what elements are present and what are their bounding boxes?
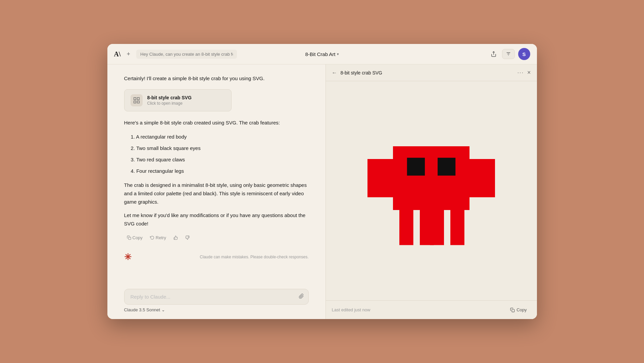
reply-input[interactable]: Reply to Claude... <box>124 289 309 305</box>
model-name: Claude 3.5 Sonnet <box>124 307 160 312</box>
share-button[interactable] <box>489 49 499 59</box>
input-wrapper: Reply to Claude... <box>124 289 309 305</box>
header: A\ + 8-Bit Crab Art ▾ S <box>107 44 537 64</box>
svg-rect-13 <box>399 210 413 245</box>
title-chevron-icon: ▾ <box>337 52 339 56</box>
copy-button[interactable]: Copy <box>124 234 145 242</box>
disclaimer: Claude can make mistakes. Please double-… <box>200 255 308 259</box>
svg-display <box>326 81 537 300</box>
search-input[interactable] <box>136 50 237 59</box>
svg-rect-15 <box>430 210 444 245</box>
panel-title: 8-bit style crab SVG <box>341 70 514 75</box>
svg-rect-10 <box>393 146 469 210</box>
conversation-title[interactable]: 8-Bit Crab Art ▾ <box>305 51 339 57</box>
artifact-icon <box>131 94 143 106</box>
model-chevron-icon: ⌄ <box>161 307 165 312</box>
feature-list: A rectangular red body Two small black s… <box>124 133 309 175</box>
claude-logo-icon: ✳ <box>124 252 132 262</box>
panel-close-button[interactable]: × <box>527 69 531 76</box>
svg-rect-8 <box>367 159 393 197</box>
panel-copy-button[interactable]: Copy <box>506 305 531 314</box>
svg-rect-11 <box>407 158 425 175</box>
artifact-info: 8-bit style crab SVG Click to open image <box>147 95 192 106</box>
thumbup-button[interactable] <box>171 234 181 242</box>
paragraph-2: Let me know if you'd like any modificati… <box>124 211 309 228</box>
list-item: Four rectangular legs <box>128 167 309 175</box>
artifact-subtitle: Click to open image <box>147 101 192 106</box>
message-intro: Certainly! I'll create a simple 8-bit st… <box>124 74 309 83</box>
svg-rect-7 <box>128 237 131 240</box>
list-item: Two small black square eyes <box>128 144 309 152</box>
svg-rect-6 <box>137 101 139 103</box>
svg-rect-16 <box>450 210 464 245</box>
list-item: A rectangular red body <box>128 133 309 141</box>
chat-panel: Certainly! I'll create a simple 8-bit st… <box>107 64 326 319</box>
artifact-title: 8-bit style crab SVG <box>147 95 192 100</box>
thumbdown-button[interactable] <box>183 234 192 242</box>
header-left: A\ + <box>114 49 320 59</box>
retry-label: Retry <box>156 235 166 240</box>
main-content: Certainly! I'll create a simple 8-bit st… <box>107 64 537 319</box>
list-item: Two red square claws <box>128 156 309 164</box>
svg-rect-5 <box>134 101 136 103</box>
svg-rect-18 <box>444 210 450 245</box>
crab-image <box>367 120 495 261</box>
avatar[interactable]: S <box>518 48 530 60</box>
logo: A\ <box>114 50 121 58</box>
last-edited-text: Last edited just now <box>332 307 506 312</box>
model-selector[interactable]: Claude 3.5 Sonnet ⌄ <box>124 307 165 312</box>
panel-menu-button[interactable]: ··· <box>517 70 524 76</box>
panel-copy-label: Copy <box>516 307 527 312</box>
svg-rect-3 <box>134 98 136 100</box>
claude-status: ✳ Claude can make mistakes. Please doubl… <box>124 249 309 266</box>
attach-button[interactable] <box>299 294 304 300</box>
svg-rect-12 <box>438 158 455 175</box>
svg-rect-17 <box>413 210 420 245</box>
panel-header: ← 8-bit style crab SVG ··· × <box>326 64 537 81</box>
copy-label: Copy <box>133 235 143 240</box>
new-chat-button[interactable]: + <box>124 49 133 59</box>
input-area: Reply to Claude... Claude 3.5 Sonnet ⌄ <box>107 284 326 319</box>
panel-footer: Last edited just now Copy <box>326 300 537 319</box>
filter-button[interactable] <box>502 49 515 59</box>
chat-messages: Certainly! I'll create a simple 8-bit st… <box>107 64 326 284</box>
svg-rect-19 <box>512 309 514 312</box>
panel-back-button[interactable]: ← <box>332 70 337 76</box>
svg-panel: ← 8-bit style crab SVG ··· × <box>326 64 537 319</box>
retry-button[interactable]: Retry <box>147 234 169 242</box>
svg-rect-9 <box>469 159 495 197</box>
paragraph-1: The crab is designed in a minimalist 8-b… <box>124 181 309 206</box>
svg-rect-4 <box>137 98 139 100</box>
artifact-card[interactable]: 8-bit style crab SVG Click to open image <box>124 89 232 111</box>
app-window: A\ + 8-Bit Crab Art ▾ S <box>107 44 537 319</box>
message-actions: Copy Retry <box>124 234 309 242</box>
message-desc: Here's a simple 8-bit style crab created… <box>124 119 309 127</box>
header-right: S <box>324 48 530 60</box>
